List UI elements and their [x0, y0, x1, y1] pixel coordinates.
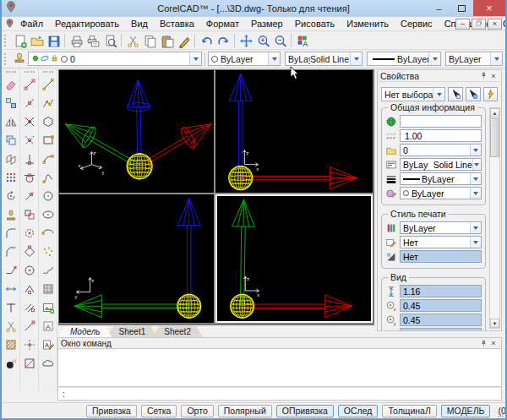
menu-вставка[interactable]: Вставка [154, 18, 200, 30]
toolbar-grip[interactable] [4, 35, 8, 46]
tab-sheet1[interactable]: Sheet1 [107, 326, 158, 337]
property-input-hyperlink[interactable] [403, 116, 481, 128]
linetype-combo-arrow[interactable] [350, 52, 362, 65]
tool-ellipse-button[interactable] [40, 205, 57, 224]
menu-формат[interactable]: Формат [200, 18, 245, 30]
tool-snap-perp-button[interactable] [21, 150, 38, 168]
command-input[interactable]: : [57, 387, 502, 401]
viewport-top-right-canvas[interactable]: zx [215, 70, 373, 193]
menu-изменить[interactable]: Изменить [341, 18, 395, 30]
zoom-out-button[interactable] [271, 33, 288, 48]
tool-snap-quad-button[interactable] [21, 243, 38, 261]
property-field-hyperlink[interactable] [400, 115, 482, 128]
command-output[interactable] [57, 349, 502, 387]
minimize-button[interactable]: – [428, 0, 450, 16]
palette-grip[interactable] [6, 71, 16, 74]
tool-double-arrow-button[interactable] [3, 280, 19, 298]
palette-grip[interactable] [43, 71, 53, 74]
linecolor-combo-arrow[interactable] [268, 52, 280, 65]
viewport-bottom-right[interactable]: zx [215, 194, 373, 323]
cmd-dock-pin-icon[interactable] [478, 339, 488, 348]
tool-snap-center-button[interactable] [21, 261, 38, 280]
tool-snap-parallel-button[interactable] [21, 298, 38, 317]
color-layer-button[interactable]: A [294, 33, 311, 48]
tool-circle-button[interactable] [40, 187, 57, 205]
linetype-combo[interactable]: ByLayer Solid Line [285, 52, 363, 66]
plotstyle-combo[interactable]: ByLayer [445, 52, 503, 66]
select-arrow[interactable] [472, 159, 481, 170]
layer-combo-arrow[interactable] [189, 52, 201, 65]
tool-snap-from-button[interactable] [21, 317, 38, 335]
tool-move-button[interactable] [3, 94, 19, 112]
tool-rotate-button[interactable] [3, 187, 19, 205]
tool-snap-near-button[interactable] [21, 187, 38, 205]
cut-button[interactable] [124, 33, 141, 48]
status-орто-button[interactable]: Орто [181, 405, 213, 417]
menu-размер[interactable]: Размер [245, 18, 289, 30]
properties-scrollbar[interactable]: ▲ ▼ [489, 107, 500, 329]
tool-arc-button[interactable] [40, 150, 57, 168]
property-select-plot-table[interactable]: Нет [400, 236, 482, 248]
layers-manager-button[interactable] [11, 52, 28, 67]
property-input-linetype-scale[interactable] [403, 130, 481, 142]
viewport-top-right[interactable]: zx [215, 70, 373, 193]
palette-grip[interactable] [25, 71, 35, 74]
tool-points-button[interactable] [40, 243, 57, 261]
tool-note-button[interactable]: A [40, 317, 57, 335]
plotstyle-combo-arrow[interactable] [490, 52, 502, 65]
print-button[interactable] [68, 33, 84, 48]
tool-polygon-button[interactable] [40, 112, 57, 131]
tab-sheet2[interactable]: Sheet2 [152, 326, 203, 337]
select-add-button[interactable] [466, 87, 481, 101]
selection-combo-arrow[interactable] [433, 88, 444, 101]
tool-snap-end-button[interactable] [21, 75, 38, 94]
cmd-close-icon[interactable]: × [488, 339, 499, 348]
zoom-in-button[interactable] [254, 33, 271, 48]
tool-cloud-button[interactable] [40, 354, 57, 373]
property-select-lineweight[interactable]: ByLayer [400, 172, 482, 185]
tool-tee-button[interactable] [3, 298, 19, 317]
copy-button[interactable] [141, 33, 158, 48]
save-button[interactable] [45, 33, 62, 48]
tool-image-button[interactable] [40, 298, 57, 317]
dock-pin-icon[interactable] [478, 71, 488, 80]
new-file-button[interactable] [11, 33, 28, 48]
open-file-button[interactable] [28, 33, 45, 48]
status-привязка-button[interactable]: Привязка [86, 405, 137, 417]
redo-button[interactable] [215, 33, 232, 48]
panel-close-icon[interactable]: × [488, 71, 499, 80]
select-entity-button[interactable] [448, 87, 463, 101]
mdi-minimize-button[interactable]: – [455, 19, 470, 30]
lineweight-combo[interactable]: ByLayer [367, 52, 441, 66]
tool-rectangle-button[interactable] [40, 131, 57, 150]
print-preview-button[interactable] [101, 33, 118, 48]
property-select-linetype[interactable]: ByLayerSolid Line [400, 158, 482, 171]
print-copies-button[interactable] [84, 33, 101, 48]
tool-chamfer-button[interactable] [3, 243, 19, 261]
selection-combo[interactable]: Нет выбора [381, 87, 445, 101]
select-arrow[interactable] [470, 188, 481, 199]
tool-snap-tan-button[interactable] [21, 168, 38, 187]
viewport-bottom-left[interactable]: zy [59, 194, 214, 323]
viewport-bottom-left-canvas[interactable]: zy [59, 194, 214, 323]
paste-button[interactable] [158, 33, 175, 48]
tool-snap-insert-button[interactable] [21, 205, 38, 224]
toolbar-grip[interactable] [4, 53, 8, 65]
viewport-top-left[interactable]: zxy [59, 70, 214, 193]
menu-редактировать[interactable]: Редактировать [49, 18, 125, 30]
layer-combo[interactable]: 0 [28, 52, 202, 66]
menu-вид[interactable]: Вид [125, 18, 154, 30]
tool-fillet-button[interactable] [3, 224, 19, 243]
menu-сервис[interactable]: Сервис [395, 18, 439, 30]
mdi-restore-button[interactable] [472, 19, 486, 30]
tab-модель[interactable]: Модель [58, 326, 112, 337]
lineweight-combo-arrow[interactable] [428, 52, 440, 65]
tool-spline-button[interactable] [40, 168, 57, 187]
viewport-bottom-right-canvas[interactable]: zx [215, 194, 373, 323]
status-сетка-button[interactable]: Сетка [141, 405, 177, 417]
tool-snap-track-button[interactable] [21, 335, 38, 354]
tool-stamp-button[interactable] [3, 205, 19, 224]
tool-copy2-button[interactable] [3, 131, 19, 150]
undo-button[interactable] [198, 33, 215, 48]
tool-ellipse-arc-button[interactable] [40, 224, 57, 243]
